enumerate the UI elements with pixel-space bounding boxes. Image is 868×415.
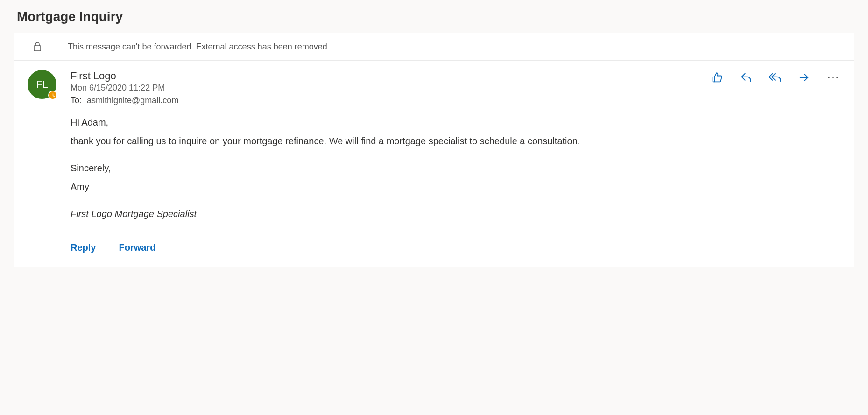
like-button[interactable] [710,70,725,85]
to-recipient[interactable]: asmithignite@gmail.com [87,96,178,105]
forward-button[interactable] [797,70,812,85]
to-label: To: [71,96,82,105]
banner-text: This message can't be forwarded. Externa… [68,42,330,52]
svg-point-2 [832,77,834,78]
presence-away-icon [48,91,57,100]
svg-rect-0 [34,46,41,51]
svg-point-3 [836,77,838,78]
email-subject: Mortgage Inquiry [17,9,854,24]
body-signature-title: First Logo Mortgage Specialist [71,206,840,221]
info-banner: This message can't be forwarded. Externa… [14,33,854,61]
body-paragraph-1: thank you for calling us to inquire on y… [71,134,840,148]
body-greeting: Hi Adam, [71,115,840,130]
reply-link[interactable]: Reply [71,240,96,255]
email-card: This message can't be forwarded. Externa… [14,33,854,267]
bottom-actions: Reply Forward [71,240,840,255]
svg-point-1 [828,77,830,78]
body-sincerely: Sincerely, [71,161,840,176]
separator [107,242,107,253]
email-body: Hi Adam, thank you for calling us to inq… [14,110,854,267]
avatar-initials: FL [36,78,48,91]
reply-button[interactable] [739,70,754,85]
to-line: To: asmithignite@gmail.com [71,96,840,106]
forward-link[interactable]: Forward [119,240,155,255]
body-signoff-name: Amy [71,179,840,194]
lock-icon [26,42,49,52]
more-actions-button[interactable] [826,70,840,85]
reply-all-button[interactable] [768,70,783,85]
message-actions [710,70,840,85]
email-header: FL First Logo Mon 6/15/2020 11:22 PM To:… [14,61,854,110]
sender-avatar[interactable]: FL [28,70,56,99]
